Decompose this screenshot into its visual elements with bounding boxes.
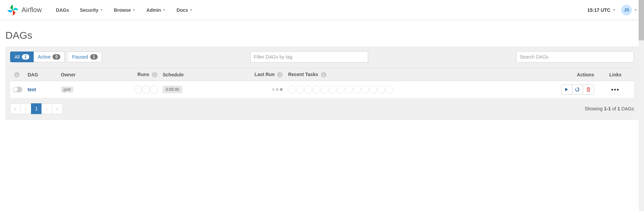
task-status-circle[interactable] (345, 85, 353, 94)
page-prev-button[interactable]: ‹ (21, 103, 31, 114)
page-first-button[interactable]: « (10, 103, 21, 114)
showing-text: Showing 1-1 of 1 DAGs (585, 106, 634, 111)
col-links: Links (597, 68, 634, 81)
nav-label: Docs (176, 7, 188, 13)
trigger-dag-button[interactable] (561, 85, 572, 94)
info-icon[interactable]: i (321, 72, 326, 77)
main-container: DAGs All 1 Active 0 Paused 1 (0, 20, 644, 126)
chevron-down-icon: ▼ (162, 8, 166, 12)
scrollbar-thumb[interactable] (639, 0, 644, 40)
run-status-circle[interactable] (142, 85, 150, 94)
task-status-circle[interactable] (361, 85, 369, 94)
chevron-down-icon: ▼ (132, 8, 136, 12)
filter-tabs: All 1 Active 0 Paused 1 (10, 51, 102, 62)
task-status-circle[interactable] (385, 85, 393, 94)
navbar: Airflow DAGs Security▼ Browse▼ Admin▼ Do… (0, 0, 644, 20)
brand-name: Airflow (22, 6, 42, 14)
nav-docs[interactable]: Docs▼ (175, 5, 194, 15)
nav-browse[interactable]: Browse▼ (112, 5, 137, 15)
page-number-button[interactable]: 1 (31, 103, 42, 114)
filter-paused[interactable]: Paused 1 (68, 51, 102, 62)
filter-all[interactable]: All 1 (10, 51, 34, 62)
nav-label: Security (80, 7, 98, 13)
filter-label: Active (38, 54, 51, 60)
page-last-button[interactable]: » (52, 103, 63, 114)
run-status-circle[interactable] (134, 85, 142, 94)
filter-active[interactable]: Active 0 (34, 51, 65, 62)
nav-security[interactable]: Security▼ (78, 5, 104, 15)
task-status-circle[interactable] (369, 85, 377, 94)
col-runs[interactable]: Runs (137, 72, 149, 77)
nav-admin[interactable]: Admin▼ (145, 5, 167, 15)
schedule-badge[interactable]: 0:05:00 (163, 86, 182, 93)
task-status-circle[interactable] (353, 85, 361, 94)
col-recent[interactable]: Recent Tasks (288, 72, 318, 77)
count-badge: 1 (90, 54, 98, 60)
col-schedule[interactable]: Schedule (160, 68, 215, 81)
dag-link[interactable]: test (28, 87, 36, 92)
toggle-knob (13, 87, 18, 92)
col-recent-h: Recent Tasks i (285, 68, 516, 81)
chevron-down-icon: ▼ (100, 8, 103, 12)
nav-dags[interactable]: DAGs (55, 5, 70, 15)
filter-by-tag-input[interactable] (250, 51, 368, 63)
task-status-circle[interactable] (312, 85, 320, 94)
col-actions: Actions (516, 68, 597, 81)
brand-logo[interactable]: Airflow (7, 4, 42, 16)
filter-row: All 1 Active 0 Paused 1 (10, 51, 634, 63)
task-status-circle[interactable] (288, 85, 296, 94)
delete-button[interactable] (583, 85, 594, 94)
info-icon[interactable]: i (277, 72, 283, 77)
nav-label: Admin (147, 7, 161, 13)
play-icon (565, 87, 569, 92)
col-toggle: i (10, 68, 25, 81)
run-status-circle[interactable] (150, 85, 158, 94)
col-owner[interactable]: Owner (58, 68, 100, 81)
chevron-down-icon: ▼ (634, 8, 637, 12)
action-buttons (561, 84, 594, 95)
info-icon[interactable]: i (14, 72, 20, 77)
filter-label: All (14, 54, 20, 60)
dags-panel: All 1 Active 0 Paused 1 i (5, 46, 639, 120)
user-menu[interactable]: JS ▼ (621, 5, 637, 15)
page-title: DAGs (5, 30, 639, 41)
info-icon[interactable]: i (152, 72, 157, 77)
airflow-pinwheel-icon (7, 4, 19, 16)
pagination: « ‹ 1 › » (10, 103, 63, 114)
task-status-circle[interactable] (304, 85, 312, 94)
task-status-circle[interactable] (328, 85, 336, 94)
owner-badge[interactable]: jyoti (61, 86, 73, 93)
pause-toggle[interactable] (13, 87, 22, 92)
task-status-circle[interactable] (296, 85, 304, 94)
user-avatar: JS (621, 5, 632, 15)
dags-table: i DAG Owner Runs i Schedule Last Run i R… (10, 68, 634, 98)
count-badge: 0 (53, 54, 60, 60)
table-row: test jyoti 0:05:00 (10, 81, 634, 98)
loading-dots (218, 88, 283, 91)
chevron-down-icon: ▼ (612, 8, 616, 12)
nav-label: Browse (114, 7, 131, 13)
time-text: 15:17 UTC (587, 7, 610, 13)
run-circles (103, 85, 157, 94)
col-runs-h: Runs i (100, 68, 160, 81)
refresh-icon (575, 87, 580, 92)
refresh-button[interactable] (572, 85, 583, 94)
nav-links: DAGs Security▼ Browse▼ Admin▼ Docs▼ (55, 5, 194, 15)
trash-icon (586, 87, 590, 92)
filter-inputs (107, 51, 511, 63)
search-dags-input[interactable] (516, 51, 634, 63)
col-lastrun[interactable]: Last Run (255, 72, 275, 77)
nav-label: DAGs (56, 7, 69, 13)
page-next-button[interactable]: › (41, 103, 52, 114)
col-dag[interactable]: DAG (25, 68, 58, 81)
navbar-right: 15:17 UTC ▼ JS ▼ (587, 5, 637, 15)
task-circles (288, 85, 514, 94)
count-badge: 1 (22, 54, 30, 60)
task-status-circle[interactable] (336, 85, 345, 94)
more-links-button[interactable]: ••• (611, 86, 620, 93)
task-status-circle[interactable] (377, 85, 385, 94)
col-lastrun-h: Last Run i (215, 68, 286, 81)
time-display[interactable]: 15:17 UTC ▼ (587, 7, 616, 13)
task-status-circle[interactable] (320, 85, 328, 94)
scrollbar[interactable] (639, 0, 644, 126)
